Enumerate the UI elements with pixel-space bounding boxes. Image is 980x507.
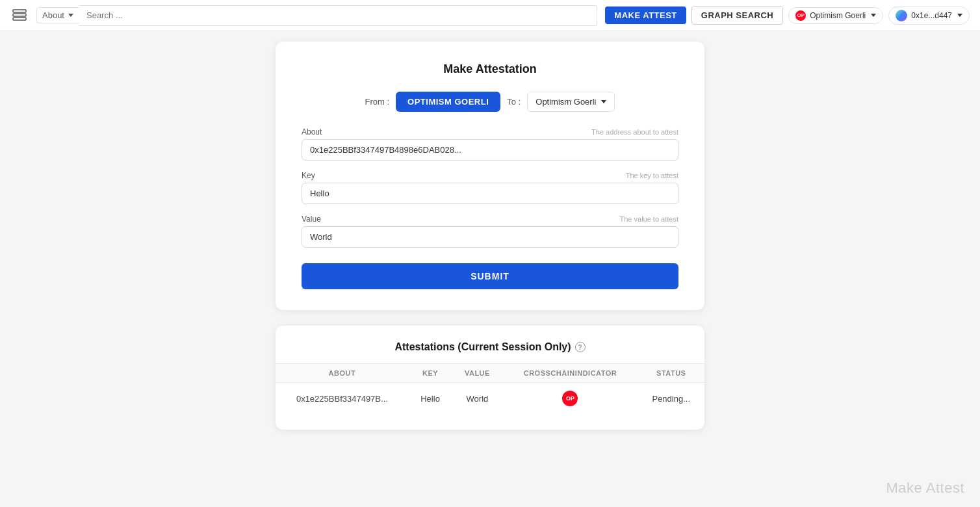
key-input[interactable]	[302, 183, 678, 204]
table-row: 0x1e225BBf3347497B... Hello World OP Pen…	[276, 383, 704, 415]
row-crosschain: OP	[503, 383, 638, 415]
col-status: STATUS	[638, 364, 704, 383]
navbar-actions: MAKE ATTEST GRAPH SEARCH OP Optimism Goe…	[605, 6, 970, 25]
value-field-label: Value	[302, 214, 321, 224]
wallet-address: 0x1e...d447	[911, 11, 952, 20]
value-input[interactable]	[302, 226, 678, 248]
from-to-row: From : OPTIMISM GOERLI To : Optimism Goe…	[302, 92, 678, 112]
col-key: KEY	[409, 364, 452, 383]
value-field-group: Value The value to attest	[302, 214, 678, 248]
key-field-label: Key	[302, 171, 315, 180]
chevron-down-icon	[68, 14, 73, 17]
to-network-chevron-icon	[601, 100, 606, 103]
row-about: 0x1e225BBf3347497B...	[276, 383, 409, 415]
value-form-row: Value The value to attest	[302, 214, 678, 224]
svg-rect-0	[13, 10, 26, 12]
logo-icon	[10, 6, 29, 25]
row-status: Pending...	[638, 383, 704, 415]
table-header: ABOUT KEY VALUE CROSSCHAININDICATOR STAT…	[276, 364, 704, 383]
key-field-hint: The key to attest	[626, 172, 678, 179]
col-crosschain: CROSSCHAININDICATOR	[503, 364, 638, 383]
wallet-chevron-icon	[957, 14, 962, 17]
search-input[interactable]	[79, 5, 597, 26]
table-body: 0x1e225BBf3347497B... Hello World OP Pen…	[276, 383, 704, 415]
table-header-row: ABOUT KEY VALUE CROSSCHAININDICATOR STAT…	[276, 364, 704, 383]
about-form-row: About The address about to attest	[302, 127, 678, 136]
network-dot-icon: OP	[795, 10, 806, 21]
help-icon[interactable]: ?	[575, 342, 586, 352]
submit-button[interactable]: SUBMIT	[302, 263, 678, 289]
about-field-label: About	[302, 127, 322, 136]
attestations-title: Attestations (Current Session Only) ?	[276, 341, 704, 353]
to-label: To :	[507, 97, 521, 107]
row-key: Hello	[409, 383, 452, 415]
card-title: Make Attestation	[302, 62, 678, 76]
attestations-table: ABOUT KEY VALUE CROSSCHAININDICATOR STAT…	[276, 363, 704, 414]
value-field-hint: The value to attest	[620, 215, 679, 223]
navbar: About MAKE ATTEST GRAPH SEARCH OP Optimi…	[0, 0, 980, 31]
about-label: About	[42, 10, 64, 20]
wallet-selector[interactable]: 0x1e...d447	[888, 6, 970, 25]
to-network-dropdown[interactable]: Optimism Goerli	[527, 92, 615, 112]
search-wrapper: About	[36, 5, 597, 26]
svg-rect-2	[13, 18, 26, 20]
main-content: Make Attestation From : OPTIMISM GOERLI …	[0, 0, 980, 456]
from-label: From :	[365, 97, 390, 107]
about-dropdown[interactable]: About	[36, 7, 79, 23]
col-value: VALUE	[452, 364, 502, 383]
key-field-group: Key The key to attest	[302, 171, 678, 204]
crosschain-dot-icon: OP	[562, 391, 578, 406]
about-field-group: About The address about to attest	[302, 127, 678, 161]
about-input[interactable]	[302, 139, 678, 161]
attestations-card: Attestations (Current Session Only) ? AB…	[276, 326, 704, 430]
to-network-label: Optimism Goerli	[535, 97, 596, 107]
about-field-hint: The address about to attest	[591, 128, 678, 136]
network-label: Optimism Goerli	[810, 11, 866, 20]
network-chevron-icon	[871, 14, 876, 17]
network-selector[interactable]: OP Optimism Goerli	[788, 7, 883, 24]
svg-rect-1	[13, 14, 26, 16]
from-network-button[interactable]: OPTIMISM GOERLI	[396, 92, 500, 112]
col-about: ABOUT	[276, 364, 409, 383]
make-attest-button[interactable]: MAKE ATTEST	[605, 6, 686, 24]
attestations-title-text: Attestations (Current Session Only)	[394, 341, 571, 353]
row-value: World	[452, 383, 502, 415]
make-attestation-card: Make Attestation From : OPTIMISM GOERLI …	[276, 42, 704, 310]
wallet-avatar-icon	[896, 10, 907, 21]
graph-search-button[interactable]: GRAPH SEARCH	[691, 6, 783, 25]
key-form-row: Key The key to attest	[302, 171, 678, 180]
